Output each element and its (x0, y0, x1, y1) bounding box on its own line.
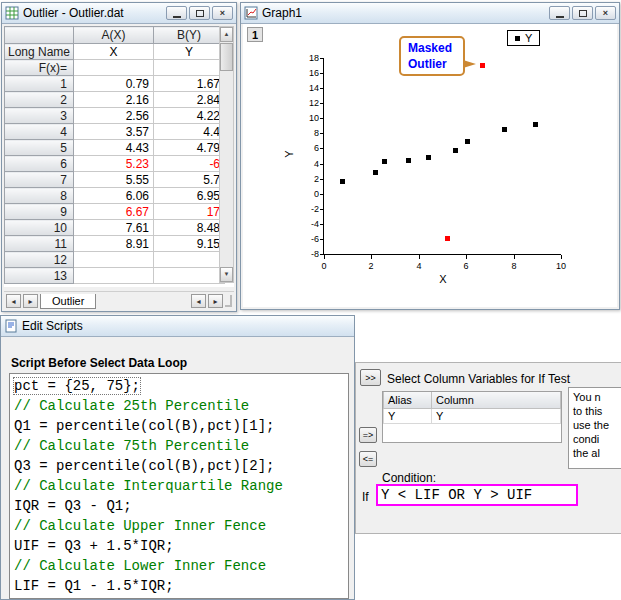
data-cell[interactable]: 17 (154, 204, 225, 220)
row-header[interactable]: 1 (5, 76, 74, 92)
data-cell[interactable]: 6.95 (154, 188, 225, 204)
restore-icon[interactable] (189, 6, 210, 20)
long-name-a[interactable]: X (74, 44, 154, 60)
data-point[interactable] (502, 127, 507, 132)
data-cell[interactable]: 5.55 (74, 172, 154, 188)
code-line: Q1 = percentile(col(B),pct)[1]; (14, 416, 344, 436)
script-editor[interactable]: pct = {25, 75};// Calculate 25th Percent… (9, 373, 349, 599)
restore-icon[interactable] (572, 6, 593, 20)
data-cell[interactable]: 9.15 (154, 236, 225, 252)
data-cell[interactable]: 5.7 (154, 172, 225, 188)
row-header[interactable]: 12 (5, 252, 74, 268)
variable-row[interactable]: YY (384, 408, 561, 423)
data-point[interactable] (426, 155, 431, 160)
tab-nav-right-icon[interactable]: ▸ (23, 294, 38, 308)
plot-area[interactable]: -8-6-4-20246810121416180246810 (323, 58, 561, 255)
scrollbar-thumb[interactable] (220, 43, 233, 71)
data-cell[interactable] (74, 268, 154, 284)
data-point[interactable] (453, 148, 458, 153)
row-header[interactable]: 6 (5, 156, 74, 172)
data-point[interactable] (340, 179, 345, 184)
data-cell[interactable]: 4.4 (154, 124, 225, 140)
row-header[interactable]: 8 (5, 188, 74, 204)
data-cell[interactable]: 2.84 (154, 92, 225, 108)
close-icon[interactable]: × (212, 6, 233, 20)
data-cell[interactable]: 2.56 (74, 108, 154, 124)
fx-cell-a[interactable] (74, 60, 154, 76)
data-cell[interactable] (154, 268, 225, 284)
fx-row-header[interactable]: F(x)= (5, 60, 74, 76)
row-header[interactable]: 5 (5, 140, 74, 156)
close-icon[interactable]: × (595, 6, 616, 20)
data-cell[interactable]: 5.23 (74, 156, 154, 172)
sheet-tab-outlier[interactable]: Outlier (40, 294, 96, 309)
fx-cell-b[interactable] (154, 60, 225, 76)
data-point[interactable] (480, 63, 485, 68)
data-cell[interactable]: -6 (154, 156, 225, 172)
scroll-down-icon[interactable]: ▼ (220, 267, 233, 282)
data-cell[interactable]: 6.06 (74, 188, 154, 204)
hscroll-right-icon[interactable]: ▸ (208, 294, 223, 308)
tab-nav-left-icon[interactable]: ◂ (6, 294, 21, 308)
row-header[interactable]: 9 (5, 204, 74, 220)
graph-titlebar[interactable]: Graph1 × (241, 3, 619, 24)
code-text: UIF = Q3 + 1.5*IQR; (14, 538, 174, 554)
condition-input[interactable]: Y < LIF OR Y > UIF (376, 484, 578, 506)
data-cell[interactable]: 0.79 (74, 76, 154, 92)
row-header[interactable]: 10 (5, 220, 74, 236)
data-cell[interactable]: 4.22 (154, 108, 225, 124)
data-cell[interactable]: 6.67 (74, 204, 154, 220)
data-cell[interactable]: 4.43 (74, 140, 154, 156)
row-header[interactable]: 11 (5, 236, 74, 252)
assign-button[interactable]: => (359, 427, 377, 443)
data-cell[interactable]: 2.16 (74, 92, 154, 108)
vertical-scrollbar[interactable]: ▲ ▼ (219, 26, 234, 283)
column-header-a[interactable]: A(X) (74, 27, 154, 44)
long-name-b[interactable]: Y (154, 44, 225, 60)
data-point[interactable] (406, 158, 411, 163)
row-header[interactable]: 13 (5, 268, 74, 284)
resize-grip[interactable] (225, 295, 232, 307)
code-text: // Calculate Upper Inner Fence (14, 518, 266, 534)
row-header[interactable]: 3 (5, 108, 74, 124)
minimize-icon[interactable] (166, 6, 187, 20)
page-number[interactable]: 1 (247, 27, 263, 42)
row-header[interactable]: 4 (5, 124, 74, 140)
worksheet-titlebar[interactable]: Outlier - Outlier.dat × (2, 3, 236, 24)
data-point[interactable] (373, 170, 378, 175)
x-tick-label: 6 (454, 261, 478, 271)
row-header[interactable]: 7 (5, 172, 74, 188)
graph-title: Graph1 (262, 6, 545, 20)
minimize-icon[interactable] (549, 6, 570, 20)
long-name-row-header[interactable]: Long Name (5, 44, 74, 60)
variable-grid[interactable]: Alias Column YY (382, 391, 562, 443)
data-cell[interactable] (154, 252, 225, 268)
legend[interactable]: Y (507, 30, 540, 46)
code-line: IQR = Q3 - Q1; (14, 496, 344, 516)
data-point[interactable] (533, 122, 538, 127)
data-cell[interactable]: 8.91 (74, 236, 154, 252)
scroll-up-icon[interactable]: ▲ (220, 27, 233, 42)
remove-button[interactable]: <= (359, 451, 377, 467)
graph-page[interactable]: 1 Y Masked Outlier -8-6-4-20246810121416… (243, 24, 617, 307)
worksheet-window: Outlier - Outlier.dat × A(X) B(Y) Long N… (1, 2, 237, 312)
column-column-header: Column (432, 392, 561, 408)
worksheet-table[interactable]: A(X) B(Y) Long Name X Y F(x)= 10.791.672… (4, 26, 225, 284)
data-cell[interactable]: 8.48 (154, 220, 225, 236)
data-point[interactable] (382, 159, 387, 164)
x-tick-label: 8 (502, 261, 526, 271)
data-cell[interactable]: 7.61 (74, 220, 154, 236)
data-cell[interactable] (74, 252, 154, 268)
corner-cell[interactable] (5, 27, 74, 44)
data-point[interactable] (445, 236, 450, 241)
column-header-b[interactable]: B(Y) (154, 27, 225, 44)
edit-scripts-titlebar[interactable]: Edit Scripts (1, 316, 354, 337)
data-point[interactable] (465, 139, 470, 144)
row-header[interactable]: 2 (5, 92, 74, 108)
expand-button[interactable]: >> (360, 369, 381, 386)
code-line: // Calculate 75th Percentile (14, 436, 344, 456)
data-cell[interactable]: 3.57 (74, 124, 154, 140)
data-cell[interactable]: 1.67 (154, 76, 225, 92)
hscroll-left-icon[interactable]: ◂ (191, 294, 206, 308)
data-cell[interactable]: 4.79 (154, 140, 225, 156)
